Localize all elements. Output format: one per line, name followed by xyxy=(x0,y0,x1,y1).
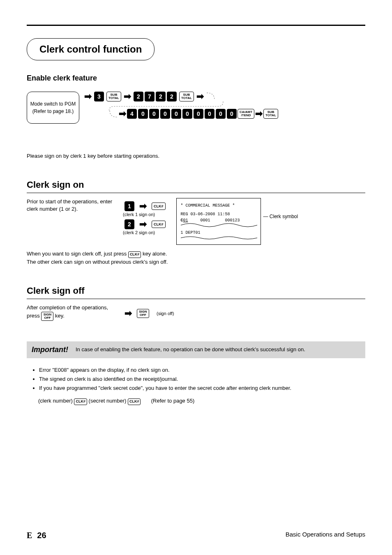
tear-line-icon xyxy=(181,223,257,228)
receipt-line: 1 DEPT01 xyxy=(181,230,256,236)
signoff-sequence: ➡ SIGNOFF (sign off) xyxy=(125,304,174,318)
clerk1-label: (clerk 1 sign on) xyxy=(123,212,166,217)
key-clk[interactable]: CLK# xyxy=(74,398,87,405)
signoff-label: (sign off) xyxy=(157,311,174,316)
key-sequence-area: ➡ 3 SUBTOTAL ➡ 2 7 2 2 SUBTOTAL ➡ xyxy=(84,92,365,137)
page-footer: E 26 Basic Operations and Setups xyxy=(27,531,365,540)
example-step2: (Refer to page 18.) xyxy=(30,108,76,115)
arrow-icon: ➡ xyxy=(124,92,131,101)
receipt-mid: 0001 xyxy=(201,218,210,223)
bullet-list: Error "E008" appears on the display, if … xyxy=(34,366,365,393)
signon-desc: Prior to start of the operations, enter … xyxy=(27,198,117,213)
signon-heading: Clerk sign on xyxy=(27,180,365,190)
footnote: Please sign on by clerk 1 key before sta… xyxy=(27,152,365,160)
mode-switch-box: Mode switch to PGM (Refer to page 18.) xyxy=(27,92,79,124)
key-signoff[interactable]: SIGNOFF xyxy=(137,309,149,318)
important-box: Important! In case of enabling the clerk… xyxy=(27,341,365,358)
key-subtotal[interactable]: SUBTOTAL xyxy=(263,109,278,119)
page-number: 26 xyxy=(37,531,46,540)
key-2[interactable]: 2 xyxy=(125,219,134,229)
clerk2-label: (clerk 2 sign on) xyxy=(123,230,166,235)
dashed-curl-icon xyxy=(109,110,118,118)
key-3[interactable]: 3 xyxy=(94,92,104,101)
receipt-right: 000123 xyxy=(225,218,240,223)
key-clk[interactable]: CLK# xyxy=(152,221,166,228)
receipt-sample: * COMMERCIAL MESSAGE * REG 03-06-2008 11… xyxy=(176,198,261,245)
dashed-connector-icon xyxy=(109,101,224,111)
key-7[interactable]: 7 xyxy=(145,92,154,101)
signon-note: When you want to sign clerk off, just pr… xyxy=(27,250,365,266)
arrow-icon: ➡ xyxy=(125,309,132,318)
receipt-line: * COMMERCIAL MESSAGE * xyxy=(181,203,256,209)
key-1[interactable]: 1 xyxy=(125,201,134,211)
arrow-icon: ➡ xyxy=(139,220,147,229)
key-2[interactable]: 2 xyxy=(156,92,166,101)
receipt-line: REG 03-06-2008 11:58 xyxy=(181,211,256,217)
arrow-icon: ➡ xyxy=(84,92,92,101)
key-2[interactable]: 2 xyxy=(134,92,143,101)
clerk-symbol-note: — Clerk symbol xyxy=(263,214,298,219)
arrow-icon: ➡ xyxy=(139,202,147,211)
key-subtotal[interactable]: SUBTOTAL xyxy=(106,92,121,101)
key-clk[interactable]: CLK# xyxy=(152,203,166,210)
refnote: (clerk number) CLK# (secret number) CLK#… xyxy=(38,397,365,405)
arrow-icon: ➡ xyxy=(255,109,263,118)
key-0[interactable]: 0 xyxy=(227,109,237,119)
tear-line-icon xyxy=(181,236,257,240)
important-text: In case of enabling the clerk feature, n… xyxy=(76,346,305,353)
arrow-icon: ➡ xyxy=(196,92,204,101)
key-ca-amt-tend[interactable]: CA/AMT/TEND xyxy=(238,109,254,119)
important-label: Important! xyxy=(32,345,68,354)
key-subtotal[interactable]: SUBTOTAL xyxy=(179,92,194,101)
example-step1: Mode switch to PGM xyxy=(30,100,76,108)
list-item: If you have programmed "clerk secret cod… xyxy=(39,384,365,393)
signon-sequence: 1 ➡ CLK# (clerk 1 sign on) 2 ➡ CLK# (cle… xyxy=(125,198,166,235)
footer-right: Basic Operations and Setups xyxy=(286,531,365,540)
section-subtitle: Enable clerk feature xyxy=(27,74,365,83)
list-item: The signed on clerk is also identified o… xyxy=(39,375,365,384)
footer-glyph: E xyxy=(27,531,32,540)
key-clk[interactable]: CLK# xyxy=(128,398,141,405)
key-signoff[interactable]: SIGNOFF xyxy=(41,312,53,321)
signoff-heading: Clerk sign off xyxy=(27,286,365,296)
key-clk[interactable]: CLK# xyxy=(128,251,141,258)
dashed-curl-icon xyxy=(206,92,215,101)
signoff-desc: After completion of the operations, pres… xyxy=(27,304,117,320)
receipt-clerk-number: 01 xyxy=(183,218,188,223)
list-item: Error "E008" appears on the display, if … xyxy=(39,366,365,375)
page-title: Clerk control function xyxy=(27,38,154,60)
key-2[interactable]: 2 xyxy=(167,92,177,101)
